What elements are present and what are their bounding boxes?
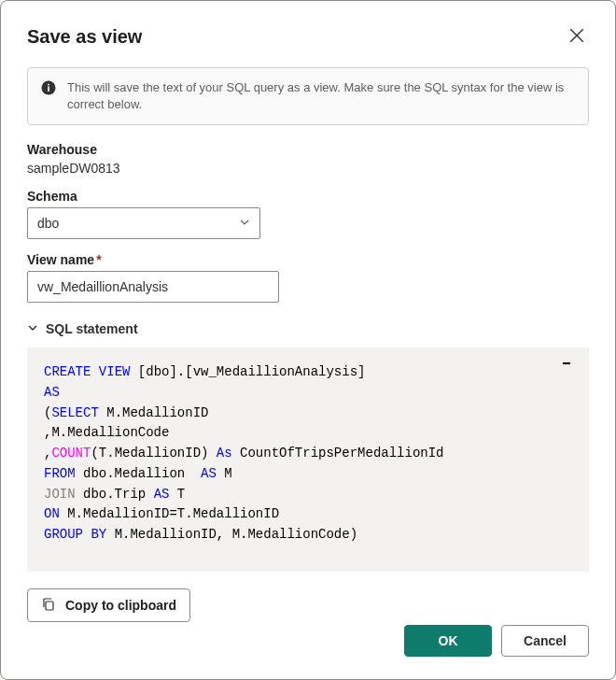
close-icon [568, 29, 585, 48]
sql-statement-label: SQL statement [46, 321, 138, 336]
info-banner: This will save the text of your SQL quer… [27, 67, 589, 125]
info-text: This will save the text of your SQL quer… [67, 79, 575, 113]
schema-select[interactable]: dbo [27, 207, 260, 239]
dialog-footer: OK Cancel [404, 625, 589, 657]
chevron-down-icon [27, 321, 38, 336]
dialog-header: Save as view [27, 23, 589, 50]
info-icon [41, 80, 56, 95]
view-name-label: View name* [27, 252, 589, 267]
close-button[interactable] [565, 23, 589, 50]
cancel-button[interactable]: Cancel [501, 625, 589, 657]
sql-statement-toggle[interactable]: SQL statement [27, 321, 589, 336]
required-indicator: * [96, 252, 101, 267]
svg-rect-4 [48, 84, 49, 86]
chevron-down-icon [239, 216, 250, 231]
text-cursor [563, 362, 570, 364]
save-as-view-dialog: Save as view This will save the text of … [0, 0, 616, 680]
svg-rect-5 [46, 602, 53, 610]
warehouse-value: sampleDW0813 [27, 161, 589, 176]
ok-button[interactable]: OK [404, 625, 492, 657]
schema-label: Schema [27, 189, 589, 204]
copy-to-clipboard-button[interactable]: Copy to clipboard [27, 588, 190, 622]
copy-button-label: Copy to clipboard [65, 598, 176, 613]
view-name-input[interactable] [27, 271, 279, 303]
sql-editor[interactable]: CREATE VIEW [dbo].[vw_MedaillionAnalysis… [27, 347, 589, 572]
warehouse-label: Warehouse [27, 142, 589, 157]
svg-rect-3 [48, 87, 49, 92]
dialog-title: Save as view [27, 26, 142, 48]
copy-icon [41, 597, 56, 615]
schema-selected-value: dbo [37, 216, 59, 231]
